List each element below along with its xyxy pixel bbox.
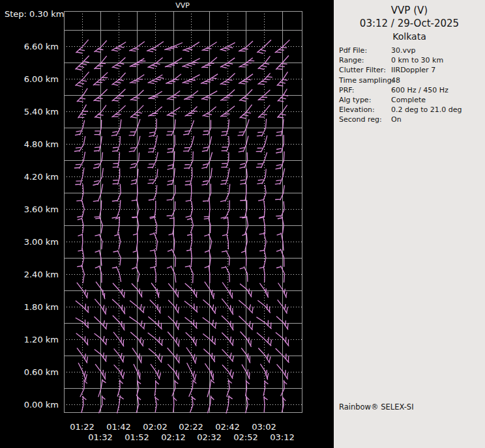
barb-tick [149, 180, 154, 180]
field-row-second-reg: Second reg: On [339, 115, 485, 124]
chart-title: VVP [175, 1, 190, 10]
field-value: 30.vvp [391, 46, 485, 55]
y-axis-label: 0.60 km [24, 367, 59, 377]
x-axis-label: 02:52 [233, 432, 257, 442]
step-label: Step: 0.30 km [5, 9, 64, 19]
barb-tick [240, 201, 245, 201]
barb-tick [257, 135, 262, 136]
field-value: 600 Hz / 450 Hz [391, 85, 485, 95]
barb-tick [95, 218, 100, 219]
barb-tick [248, 61, 254, 61]
barb-tick [240, 66, 246, 67]
barb-tick [248, 369, 248, 375]
x-axis-label: 01:52 [125, 432, 149, 442]
barb-tick [196, 292, 197, 297]
barb-tick [276, 52, 282, 53]
field-label: Range: [339, 55, 391, 65]
barb-tick [239, 132, 244, 132]
barb-tick [242, 49, 248, 49]
barb-tick [222, 180, 227, 181]
site-name: Kolkata [334, 30, 485, 43]
y-axis-label: 5.40 km [24, 107, 59, 117]
field-value: Complete [391, 95, 485, 105]
field-label: PRF: [339, 85, 391, 95]
barb-tick [220, 184, 226, 184]
y-axis-label: 1.20 km [24, 335, 59, 344]
barb-tick [76, 164, 81, 165]
field-value: 0.2 deg to 21.0 deg [391, 105, 485, 115]
field-row-range: Range: 0 km to 30 km [339, 55, 485, 65]
field-value: 48 [391, 76, 485, 85]
field-row-prf: PRF: 600 Hz / 450 Hz [339, 85, 485, 95]
x-axis-label: 02:02 [143, 422, 167, 432]
barb-tick [246, 63, 252, 63]
vvp-wind-barb-chart: VVPStep: 0.30 km6.60 km6.00 km5.40 km4.8… [0, 0, 334, 448]
barb-tick [149, 148, 154, 149]
barb-tick [276, 69, 282, 70]
barb-tick [257, 132, 263, 133]
barb-tick [178, 292, 179, 297]
barb-tick [282, 64, 287, 64]
product-title: VVP (V) [334, 4, 485, 17]
barb-tick [85, 304, 86, 310]
barb-tick [169, 81, 175, 82]
barb-tick [281, 48, 287, 48]
barb-tick [134, 81, 140, 81]
y-axis-label: 3.60 km [24, 204, 59, 214]
barb-tick [203, 134, 208, 135]
brand-footer: Rainbow® SELEX-SI [339, 402, 414, 412]
barb-tick [159, 337, 160, 343]
barb-tick [213, 374, 214, 380]
field-row-clutter-filter: Clutter Filter: IIRDoppler 7 [339, 65, 485, 75]
barb-tick [249, 372, 250, 378]
barb-tick [95, 217, 100, 217]
barb-tick [112, 151, 117, 152]
barb-tick [211, 371, 212, 376]
barb-tick [173, 79, 179, 80]
barb-tick [196, 339, 196, 345]
barb-tick [113, 100, 119, 101]
metadata-fields: Pdf File: 30.vvp Range: 0 km to 30 km Cl… [334, 46, 485, 125]
barb-tick [194, 289, 195, 294]
barb-tick [148, 152, 153, 152]
barb-tick [95, 147, 100, 148]
barb-tick [285, 370, 286, 376]
y-axis-label: 4.80 km [24, 139, 59, 149]
barb-tick [215, 339, 216, 344]
barb-tick [185, 181, 190, 182]
barb-tick [140, 354, 140, 359]
barb-tick [95, 100, 100, 101]
x-axis-label: 02:32 [197, 432, 221, 442]
y-axis-label: 6.00 km [24, 74, 59, 84]
barb-tick [88, 306, 89, 312]
barb-tick [248, 337, 249, 343]
barb-tick [203, 201, 208, 201]
barb-tick [169, 218, 174, 219]
barb-tick [94, 85, 100, 85]
field-label: Clutter Filter: [339, 65, 391, 75]
barb-tick [203, 50, 209, 51]
barb-tick [118, 96, 124, 96]
field-label: Elevation: [339, 105, 391, 115]
x-axis-label: 02:22 [179, 422, 203, 432]
barb-tick [167, 199, 172, 200]
radar-vvp-window: { "chart": { "title": "VVP", "step_label… [0, 0, 485, 448]
field-label: Pdf File: [339, 46, 391, 55]
x-axis-label: 01:42 [106, 422, 130, 432]
y-axis-label: 1.80 km [24, 302, 59, 312]
barb-tick [76, 201, 81, 201]
barb-tick [278, 49, 284, 50]
barb-tick [141, 356, 141, 362]
barb-tick [179, 357, 180, 363]
barb-tick [113, 147, 118, 148]
vvp-chart-area: VVPStep: 0.30 km6.60 km6.00 km5.40 km4.8… [0, 0, 334, 448]
barb-tick [158, 292, 159, 297]
barb-tick [153, 96, 158, 97]
barb-tick [115, 98, 121, 99]
field-label: Alg type: [339, 95, 391, 105]
x-axis-label: 01:32 [88, 432, 112, 442]
y-axis-label: 4.20 km [24, 172, 59, 182]
x-axis-label: 02:12 [161, 432, 185, 442]
barb-tick [206, 48, 212, 49]
barb-tick [238, 135, 243, 135]
